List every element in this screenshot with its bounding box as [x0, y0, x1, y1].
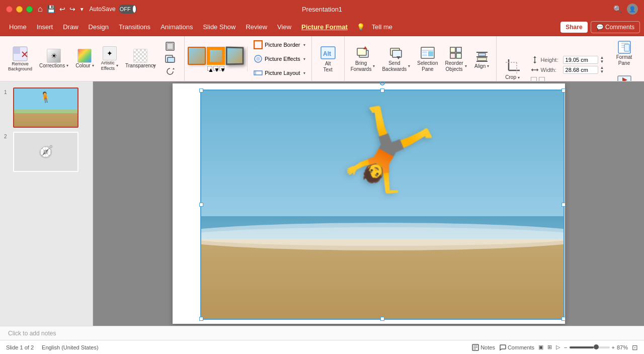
menu-review[interactable]: Review: [240, 21, 272, 33]
view-reading-icon[interactable]: ▷: [556, 344, 560, 350]
change-picture-button[interactable]: [159, 53, 181, 65]
menu-transitions[interactable]: Transitions: [114, 21, 155, 33]
bring-forwards-button[interactable]: BringForwards ▾: [348, 43, 378, 74]
zoom-out-button[interactable]: −: [564, 344, 567, 350]
menu-animations[interactable]: Animations: [155, 21, 198, 33]
notes-bar[interactable]: Click to add notes: [0, 326, 644, 340]
width-down[interactable]: ▼: [600, 70, 604, 74]
slide-item-2[interactable]: 2 🧭: [0, 130, 93, 174]
width-label: Width:: [541, 67, 561, 73]
width-input[interactable]: [563, 66, 598, 74]
menu-view[interactable]: View: [272, 21, 296, 33]
close-button[interactable]: [6, 6, 13, 13]
artistic-effects-button[interactable]: ✦ ArtisticEffects ▾: [98, 44, 121, 74]
adjust-items: RemoveBackground ☀ Corrections ▾ Colour …: [5, 38, 181, 79]
picture-effects-button[interactable]: Picture Effects ▾: [251, 52, 308, 65]
slide-number-2: 2: [4, 134, 10, 139]
user-avatar[interactable]: 👤: [627, 4, 638, 15]
picture-layout-button[interactable]: Picture Layout ▾: [251, 66, 308, 79]
picture-effects-label: Picture Effects: [265, 56, 300, 62]
handle-middle-right[interactable]: [561, 203, 566, 207]
transparency-button[interactable]: Transparency ▾: [122, 44, 158, 74]
slide-thumbnail-2[interactable]: 🧭: [13, 132, 78, 172]
menu-slideshow[interactable]: Slide Show: [198, 21, 240, 33]
lock-aspect-checkbox[interactable]: [531, 77, 537, 81]
ribbon-group-alt-text: Alt AltText: [312, 36, 345, 81]
animate-background-button[interactable]: Animate asBackground: [609, 70, 639, 81]
minimize-button[interactable]: [16, 6, 23, 13]
comments-status-button[interactable]: Comments: [499, 344, 534, 351]
zoom-slider[interactable]: [570, 346, 610, 348]
slide-item-1[interactable]: 1 🧍: [0, 85, 93, 130]
format-pane-button[interactable]: FormatPane: [611, 38, 637, 68]
reorder-objects-button[interactable]: ReorderObjects ▾: [442, 43, 469, 74]
rotate-handle[interactable]: [380, 81, 385, 85]
search-icon[interactable]: 🔍: [613, 5, 622, 13]
slide-thumbnail-1[interactable]: 🧍: [13, 87, 78, 128]
size-items: Crop ▾ Height: ▲ ▼: [500, 38, 639, 81]
change-picture-icon: [165, 54, 175, 64]
colour-button[interactable]: Colour ▾: [72, 44, 97, 74]
svg-rect-28: [456, 47, 461, 52]
align-button[interactable]: Align ▾: [471, 44, 493, 74]
height-spinner[interactable]: ▲ ▼: [600, 56, 604, 64]
share-button[interactable]: Share: [560, 22, 587, 33]
style-scroll-up[interactable]: ▲: [207, 66, 212, 71]
picture-border-dd: ▾: [303, 43, 305, 47]
bring-forwards-dd: ▾: [373, 64, 375, 68]
handle-bottom-right[interactable]: [561, 317, 566, 321]
width-spinner[interactable]: ▲ ▼: [600, 66, 604, 74]
quick-access-dropdown[interactable]: ▼: [79, 7, 85, 12]
menu-tell-me[interactable]: Tell me: [367, 21, 397, 33]
lock-aspect-checkbox-2[interactable]: [539, 77, 545, 81]
crop-button[interactable]: Crop ▾: [500, 54, 526, 81]
selection-pane-button[interactable]: SelectionPane: [414, 43, 441, 74]
handle-middle-left[interactable]: [199, 203, 203, 207]
svg-marker-8: [173, 68, 175, 69]
save-icon[interactable]: 💾: [47, 5, 55, 13]
remove-background-button[interactable]: RemoveBackground: [5, 44, 35, 74]
slide-canvas[interactable]: 🤸: [173, 83, 565, 324]
menu-home[interactable]: Home: [4, 21, 32, 33]
picture-style-3[interactable]: [226, 47, 244, 65]
view-slide-sorter-icon[interactable]: ⊞: [547, 344, 552, 350]
style-more[interactable]: ▼: [219, 66, 224, 71]
compress-pictures-button[interactable]: [159, 40, 181, 52]
maximize-button[interactable]: [26, 6, 33, 13]
handle-top-right[interactable]: [561, 88, 566, 93]
height-down[interactable]: ▼: [600, 60, 604, 64]
picture-style-1[interactable]: [188, 47, 206, 65]
picture-style-2[interactable]: [207, 47, 225, 65]
handle-top-middle[interactable]: [380, 88, 384, 93]
corrections-button[interactable]: ☀ Corrections ▾: [36, 44, 71, 74]
window-title: Presentation1: [302, 6, 342, 13]
corrections-icon: ☀: [47, 49, 61, 63]
undo-button[interactable]: ↩: [59, 5, 65, 13]
comments-button[interactable]: 💬 Comments: [591, 21, 640, 33]
send-backwards-button[interactable]: SendBackwards ▾: [379, 43, 413, 74]
notes-button[interactable]: Notes: [472, 344, 495, 351]
menu-picture-format[interactable]: Picture Format: [296, 21, 353, 33]
redo-button[interactable]: ↪: [69, 5, 75, 13]
handle-bottom-middle[interactable]: [380, 317, 384, 321]
handle-top-left[interactable]: [199, 88, 203, 93]
handle-bottom-left[interactable]: [199, 317, 203, 321]
svg-rect-24: [422, 51, 427, 53]
alt-text-button[interactable]: Alt AltText: [315, 43, 341, 75]
width-field: Width: ▲ ▼: [531, 66, 604, 74]
menu-draw[interactable]: Draw: [58, 21, 83, 33]
traffic-lights: [6, 6, 33, 13]
fit-slide-button[interactable]: ⊡: [632, 343, 638, 351]
autosave-toggle[interactable]: OFF: [119, 5, 137, 14]
zoom-in-button[interactable]: +: [612, 344, 615, 350]
height-input[interactable]: [563, 56, 598, 64]
view-normal-icon[interactable]: ▣: [538, 344, 543, 350]
menu-insert[interactable]: Insert: [32, 21, 58, 33]
menu-design[interactable]: Design: [84, 21, 114, 33]
slides-panel: 1 🧍 2 🧭: [0, 81, 93, 326]
slide-image-container[interactable]: 🤸: [200, 90, 565, 320]
home-icon[interactable]: ⌂: [38, 5, 43, 14]
style-scroll-down[interactable]: ▼: [213, 66, 218, 71]
reset-picture-button[interactable]: [159, 65, 181, 77]
picture-border-button[interactable]: Picture Border ▾: [251, 38, 308, 51]
